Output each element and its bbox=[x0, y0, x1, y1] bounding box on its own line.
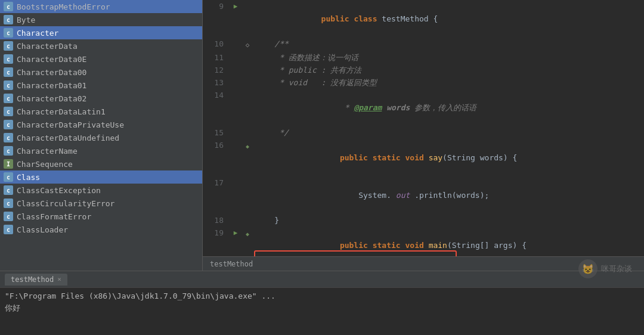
code-line-9: 9 ▶ public class testMethod { bbox=[203, 0, 644, 38]
sidebar-item-characterdata0e[interactable]: c CharacterData0E bbox=[0, 52, 202, 66]
line-number: 17 bbox=[203, 176, 230, 214]
sidebar-item-charactername[interactable]: c CharacterName bbox=[0, 144, 202, 157]
sidebar-item-classcircularityerror[interactable]: c ClassCircularityError bbox=[0, 197, 202, 210]
line-content: /** bbox=[253, 38, 644, 51]
line-number: 10 bbox=[203, 38, 230, 51]
console-output-1: "F:\Program Files (x86)\Java\jdk1.7.0_79… bbox=[5, 291, 275, 300]
line-gutter bbox=[242, 89, 253, 126]
class-icon: c bbox=[4, 67, 13, 77]
line-arrow bbox=[230, 76, 242, 89]
console-line-2: 你好 bbox=[5, 302, 639, 314]
console-tab[interactable]: testMethod × bbox=[5, 274, 67, 286]
breadcrumb: testMethod bbox=[203, 256, 644, 271]
class-icon: c bbox=[4, 15, 13, 24]
line-arrow bbox=[230, 139, 242, 176]
line-content: } bbox=[253, 214, 644, 227]
class-icon: c bbox=[4, 54, 13, 64]
console-area: "F:\Program Files (x86)\Java\jdk1.7.0_79… bbox=[0, 287, 644, 335]
code-editor[interactable]: 9 ▶ public class testMethod { 10 ◇ bbox=[203, 0, 644, 256]
sidebar-item-label: BootstrapMethodError bbox=[17, 2, 110, 11]
code-line-13: 13 * void : 没有返回类型 bbox=[203, 76, 644, 89]
sidebar-item-byte[interactable]: c Byte bbox=[0, 13, 202, 26]
sidebar-item-characterdatalatin1[interactable]: c CharacterDataLatin1 bbox=[0, 105, 202, 118]
class-icon: c bbox=[4, 94, 13, 103]
line-arrow bbox=[230, 64, 242, 76]
sidebar-item-character[interactable]: c Character bbox=[0, 26, 202, 39]
sidebar-item-label: Byte bbox=[17, 15, 35, 24]
watermark-text: 咪哥杂谈 bbox=[601, 263, 632, 271]
tab-label: testMethod bbox=[11, 275, 54, 284]
interface-icon: I bbox=[4, 159, 13, 169]
sidebar-item-characterdata02[interactable]: c CharacterData02 bbox=[0, 92, 202, 105]
watermark-icon: 😺 bbox=[578, 259, 597, 271]
class-icon: c bbox=[4, 2, 13, 11]
line-gutter bbox=[242, 176, 253, 214]
code-line-17: 17 System. out .println(words); bbox=[203, 176, 644, 214]
line-gutter bbox=[242, 0, 253, 38]
run-arrow-icon: ▶ bbox=[230, 227, 242, 256]
class-icon: c bbox=[4, 146, 13, 156]
sidebar-item-label: Class bbox=[17, 173, 40, 182]
sidebar-item-label: CharacterData02 bbox=[17, 94, 86, 103]
class-icon: c bbox=[4, 185, 13, 195]
sidebar: c BootstrapMethodError c Byte c Characte… bbox=[0, 0, 203, 271]
sidebar-item-characterdata00[interactable]: c CharacterData00 bbox=[0, 66, 202, 79]
gutter-diamond-icon: ◆ bbox=[246, 143, 249, 150]
class-icon: c bbox=[4, 41, 13, 51]
class-icon: c bbox=[4, 212, 13, 221]
sidebar-item-label: Character bbox=[17, 29, 58, 38]
sidebar-item-label: CharacterDataUndefined bbox=[17, 134, 119, 142]
line-gutter bbox=[242, 64, 253, 76]
line-gutter: ◆ bbox=[242, 227, 253, 256]
sidebar-item-charsequence[interactable]: I CharSequence bbox=[0, 157, 202, 170]
line-content: * public : 共有方法 bbox=[253, 64, 644, 76]
line-arrow bbox=[230, 214, 242, 227]
line-gutter bbox=[242, 76, 253, 89]
line-arrow bbox=[230, 89, 242, 126]
line-content: System. out .println(words); bbox=[253, 176, 644, 214]
code-line-18: 18 } bbox=[203, 214, 644, 227]
sidebar-item-label: CharacterData0E bbox=[17, 55, 86, 64]
line-gutter bbox=[242, 51, 253, 64]
editor-area: 9 ▶ public class testMethod { 10 ◇ bbox=[203, 0, 644, 271]
line-content: */ bbox=[253, 126, 644, 139]
class-icon: c bbox=[4, 28, 13, 38]
sidebar-item-bootstrap[interactable]: c BootstrapMethodError bbox=[0, 0, 202, 13]
line-number: 12 bbox=[203, 64, 230, 76]
line-arrow bbox=[230, 51, 242, 64]
sidebar-item-label: CharacterData00 bbox=[17, 68, 86, 77]
sidebar-item-characterdataprivateuse[interactable]: c CharacterDataPrivateUse bbox=[0, 118, 202, 131]
sidebar-item-class[interactable]: c Class bbox=[0, 170, 202, 184]
bottom-tab-bar: testMethod × bbox=[0, 271, 644, 287]
class-icon: c bbox=[4, 172, 13, 182]
line-gutter bbox=[242, 214, 253, 227]
line-content: * 函数描述：说一句话 bbox=[253, 51, 644, 64]
code-line-15: 15 */ bbox=[203, 126, 644, 139]
tab-close-button[interactable]: × bbox=[57, 275, 61, 283]
sidebar-item-characterdata01[interactable]: c CharacterData01 bbox=[0, 79, 202, 92]
console-line-1: "F:\Program Files (x86)\Java\jdk1.7.0_79… bbox=[5, 290, 639, 302]
code-wrapper: 9 ▶ public class testMethod { 10 ◇ bbox=[203, 0, 644, 256]
sidebar-item-characterdata[interactable]: c CharacterData bbox=[0, 39, 202, 52]
sidebar-item-classloader[interactable]: c ClassLoader bbox=[0, 223, 202, 236]
line-number: 14 bbox=[203, 89, 230, 126]
breadcrumb-text: testMethod bbox=[210, 260, 253, 268]
code-line-12: 12 * public : 共有方法 bbox=[203, 64, 644, 76]
gutter-diamond-icon: ◆ bbox=[246, 231, 249, 237]
sidebar-item-classformaterror[interactable]: c ClassFormatError bbox=[0, 210, 202, 223]
sidebar-item-label: CharacterDataPrivateUse bbox=[17, 120, 124, 129]
sidebar-item-label: CharacterDataLatin1 bbox=[17, 107, 106, 116]
sidebar-item-characterdataudefined[interactable]: c CharacterDataUndefined bbox=[0, 131, 202, 144]
console-output-2: 你好 bbox=[5, 303, 20, 312]
code-line-10: 10 ◇ /** bbox=[203, 38, 644, 51]
sidebar-item-label: CharSequence bbox=[17, 160, 73, 169]
line-number: 15 bbox=[203, 126, 230, 139]
line-content: * @param words 参数，传入的话语 bbox=[253, 89, 644, 126]
class-icon: c bbox=[4, 80, 13, 90]
sidebar-item-classcastexception[interactable]: c ClassCastException bbox=[0, 184, 202, 197]
code-line-14: 14 * @param words 参数，传入的话语 bbox=[203, 89, 644, 126]
run-arrow-icon: ▶ bbox=[230, 0, 242, 38]
sidebar-item-label: CharacterName bbox=[17, 147, 78, 156]
class-icon: c bbox=[4, 198, 13, 208]
line-gutter: ◇ bbox=[242, 38, 253, 51]
